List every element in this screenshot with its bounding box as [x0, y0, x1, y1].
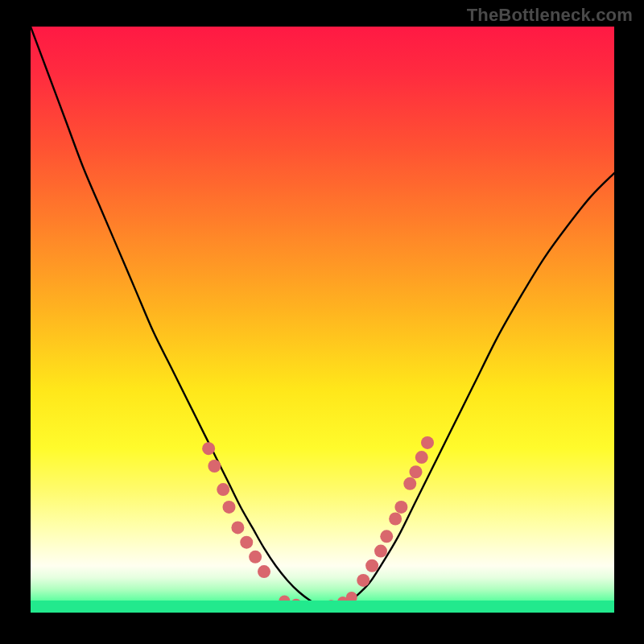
- curve-marker: [403, 477, 416, 490]
- bottleneck-curve-path: [31, 27, 614, 607]
- curve-markers-left: [202, 442, 270, 578]
- curve-marker: [374, 545, 387, 558]
- curve-marker: [380, 530, 393, 543]
- plot-area: [31, 27, 614, 613]
- curve-marker: [249, 551, 262, 564]
- curve-marker: [258, 565, 270, 578]
- curve-marker: [223, 501, 236, 514]
- curve-marker: [202, 442, 215, 455]
- green-baseline-strip: [31, 601, 614, 613]
- watermark-text: TheBottleneck.com: [467, 5, 633, 26]
- curve-marker: [217, 483, 229, 496]
- curve-marker: [394, 501, 407, 514]
- curve-marker: [389, 513, 402, 526]
- curve-markers-right: [357, 436, 434, 587]
- curve-marker: [410, 465, 423, 478]
- curve-marker: [415, 451, 428, 464]
- curve-marker: [208, 460, 221, 473]
- bottleneck-curve-svg: [31, 27, 614, 613]
- curve-marker: [231, 521, 244, 534]
- chart-frame: TheBottleneck.com: [0, 0, 644, 644]
- curve-marker: [421, 436, 434, 449]
- curve-marker: [357, 574, 369, 587]
- curve-marker: [240, 536, 253, 549]
- curve-marker: [365, 559, 378, 572]
